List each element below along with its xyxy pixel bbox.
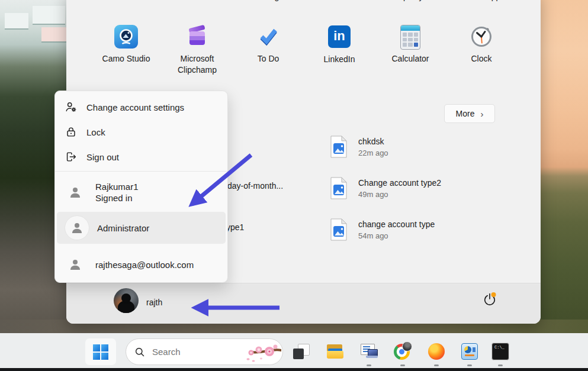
user-name[interactable]: rajth [146,298,162,307]
taskbar-icon-terminal[interactable]: C:\_ [489,340,512,363]
chrome-icon [394,343,412,360]
pinned-app-label-cut[interactable]: Spotify [369,0,452,1]
taskbar-search[interactable] [126,338,283,365]
power-icon [482,292,497,307]
recommended-item-title: Change account type2 [358,178,441,188]
pinned-app-label: LinkedIn [307,54,372,65]
firefox-icon [428,343,445,360]
taskbar-icon-firefox[interactable] [425,340,448,363]
taskbar-icon-file-explorer[interactable] [323,340,347,363]
recommended-item-label-truncated[interactable]: ype1 [226,222,244,232]
sign-out-icon [65,150,78,163]
menu-divider [55,171,227,172]
image-file-icon [330,135,348,159]
calculator-icon [399,25,422,49]
account-item-rajkumar1[interactable]: Rajkumar1 Signed in [55,175,227,209]
recommended-item-change-account-type2[interactable]: Change account type2 49m ago [330,176,441,200]
recommended-item-title: change account type [358,220,435,229]
search-icon [134,347,145,357]
menu-item-lock[interactable]: Lock [55,120,227,144]
camo-studio-icon [114,25,138,49]
recommended-item-time: 54m ago [358,231,435,240]
task-view-icon [293,343,309,360]
pinned-app-label-cut[interactable]: WhatsApp [440,0,523,1]
file-explorer-icon [326,344,344,359]
running-indicator [434,364,439,366]
taskbar: C:\_ [0,333,588,368]
taskbar-icon-computer-management[interactable] [458,340,481,363]
power-update-badge [491,292,496,297]
running-indicator [498,364,503,366]
pinned-app-label: Calculator [378,53,443,64]
search-input[interactable] [151,346,230,357]
account-status: Signed in [95,192,139,204]
pinned-app-camo-studio[interactable]: Camo Studio [94,25,159,64]
start-menu-user-bar: rajth [66,283,541,324]
account-name: Rajkumar1 [95,181,139,192]
pinned-app-label: To Do [236,53,301,64]
account-options-popup: Change account settings Lock Sign out Ra… [54,91,228,283]
image-file-icon [330,218,348,241]
pinned-app-label: Microsoft Clipchamp [165,53,230,76]
menu-item-label: Change account settings [86,102,184,112]
linkedin-icon: in [327,25,351,49]
power-button[interactable] [477,286,503,312]
account-name: Administrator [97,222,149,234]
account-settings-icon [65,101,78,114]
menu-item-change-account-settings[interactable]: Change account settings [55,95,227,120]
chrome-profile-avatar [402,341,412,351]
lock-icon [65,125,78,138]
menu-item-label: Lock [86,127,105,137]
running-indicator [367,364,371,366]
recommended-item-title: chkdsk [358,137,388,146]
more-button[interactable]: More › [444,104,495,123]
recommended-item-time: 22m ago [358,149,388,157]
pinned-app-todo[interactable]: To Do [236,25,301,64]
recommended-item-time: 49m ago [358,190,441,199]
account-name: rajthesaga@outlook.com [95,259,194,270]
more-button-label: More [456,109,475,118]
menu-item-label: Sign out [86,152,119,162]
windows-logo-icon [93,344,108,360]
taskbar-icon-task-scheduler[interactable] [357,340,381,363]
pinned-app-label: Clock [449,53,514,64]
pinned-app-calculator[interactable]: Calculator [378,25,443,64]
pinned-app-label-cut[interactable]: Xbox [298,0,381,1]
person-icon [63,253,87,276]
pinned-app-linkedin[interactable]: in LinkedIn [307,25,372,65]
pinned-app-clock[interactable]: Clock [449,25,514,64]
chevron-right-icon: › [480,109,483,119]
taskbar-icon-chrome[interactable] [391,340,415,363]
pinned-app-label-cut[interactable]: Photos [156,0,239,1]
todo-icon [256,25,280,49]
screen-bottom-edge [0,368,588,371]
recommended-item-chkdsk[interactable]: chkdsk 22m ago [330,135,388,159]
recommended-item-change-account-type[interactable]: change account type 54m ago [330,218,435,241]
person-icon [65,216,89,240]
wallpaper-house [33,6,65,24]
recommended-item-label-truncated[interactable]: day-of-month... [227,181,283,191]
pinned-app-clipchamp[interactable]: Microsoft Clipchamp [165,25,230,76]
terminal-icon: C:\_ [491,343,509,360]
clock-icon [470,25,493,49]
wallpaper-house [41,27,66,41]
pinned-app-label-cut[interactable]: Settings [227,0,310,1]
computer-management-icon [461,343,478,360]
running-indicator [467,364,472,366]
account-item-administrator[interactable]: Administrator [57,212,226,244]
image-file-icon [330,176,348,200]
clipchamp-icon [185,25,209,49]
pinned-app-label-cut[interactable]: Microsoft Store [85,0,168,1]
user-avatar[interactable] [114,288,139,313]
menu-item-sign-out[interactable]: Sign out [55,144,227,169]
running-indicator [400,364,405,366]
start-button[interactable] [85,338,116,365]
taskbar-icon-task-view[interactable] [289,340,313,363]
account-item-rajthesaga[interactable]: rajthesaga@outlook.com [55,250,227,279]
person-icon [63,180,87,204]
cherry-blossom-decoration [239,341,281,364]
wallpaper-house [5,13,28,28]
pinned-app-label: Camo Studio [94,53,159,64]
task-scheduler-icon [360,343,378,360]
